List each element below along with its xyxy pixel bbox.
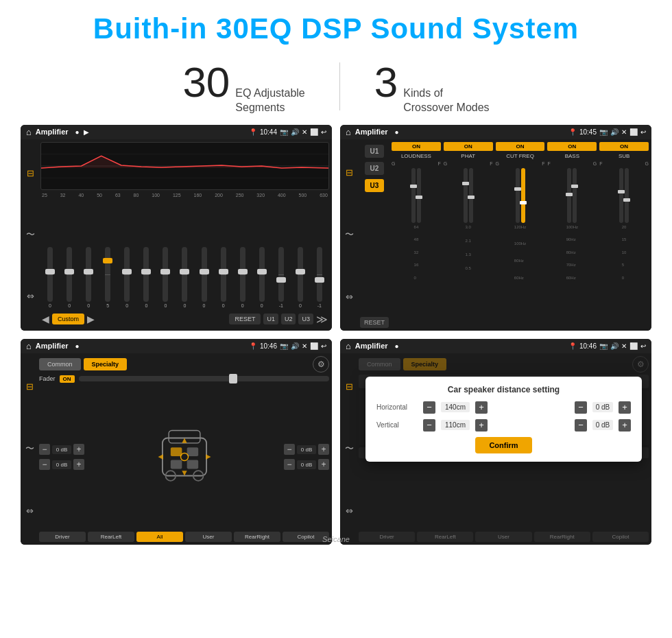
right-top-vol: − 0 dB + [284, 444, 329, 455]
screen3-arrow-icon[interactable]: ⇔ [26, 506, 34, 516]
screen3-fader: ⌂ Amplifier ● 📍 10:46 📷 🔊 ✕ ⬜ ↩ ⊟ 〜 ⇔ [21, 339, 332, 545]
crossover-stat: 3 Kinds ofCrossover Modes [340, 58, 524, 115]
channel-phat: ON PHAT GF 3.02.11.30.5 [444, 142, 493, 328]
eq-graph [40, 142, 329, 190]
left-volume-controls: − 0 dB + − 0 dB + [39, 444, 84, 470]
copilot-button-4[interactable]: Copilot [592, 532, 649, 542]
eq-u2-button[interactable]: U2 [281, 314, 296, 324]
all-button-3[interactable]: All [136, 532, 183, 542]
eq-reset-button[interactable]: RESET [229, 314, 261, 324]
specialty-tab-4[interactable]: Specialty [403, 358, 447, 370]
screen1-statusbar: ⌂ Amplifier ● ▶ 📍 10:44 📷 🔊 ✕ ⬜ ↩ [21, 125, 332, 139]
home-icon[interactable]: ⌂ [26, 127, 32, 137]
right-bottom-vol: − 0 dB + [284, 459, 329, 470]
v-db-minus-button[interactable]: − [575, 419, 587, 432]
screen4-status-icons: 📍 10:46 📷 🔊 ✕ ⬜ ↩ [568, 342, 646, 350]
left-top-value: 0 dB [52, 445, 71, 454]
home-icon-4[interactable]: ⌂ [346, 341, 351, 351]
eq-slider-9: 0 [196, 247, 213, 308]
crossover-wave-icon[interactable]: 〜 [345, 228, 354, 241]
left-bottom-minus[interactable]: − [39, 459, 50, 470]
eq-slider-11: 0 [235, 247, 251, 308]
u1-button[interactable]: U1 [365, 145, 385, 158]
eq-filter-icon[interactable]: ⊟ [27, 168, 34, 178]
left-top-plus[interactable]: + [73, 444, 84, 455]
horizontal-plus-button[interactable]: + [475, 401, 488, 414]
stats-row: 30 EQ AdjustableSegments 3 Kinds ofCross… [0, 51, 672, 125]
rearright-button-3[interactable]: RearRight [234, 532, 280, 542]
screen2-app-title: Amplifier [355, 128, 388, 136]
left-bottom-plus[interactable]: + [73, 459, 84, 470]
eq-wave-icon[interactable]: 〜 [26, 228, 35, 241]
crossover-channels: ON LOUDNESS GF 644832160 ON [392, 142, 649, 328]
svg-marker-12 [182, 438, 187, 443]
screen2-status-icons: 📍 10:45 📷 🔊 ✕ ⬜ ↩ [568, 128, 646, 136]
left-bottom-vol: − 0 dB + [39, 459, 84, 470]
u2-button[interactable]: U2 [365, 162, 385, 175]
screen3-filter-icon[interactable]: ⊟ [26, 381, 34, 392]
right-top-minus[interactable]: − [284, 444, 295, 455]
rearright-button-4[interactable]: RearRight [534, 532, 590, 542]
crossover-reset-button[interactable]: RESET [360, 317, 389, 328]
phat-on-button[interactable]: ON [444, 142, 493, 151]
settings-icon-button-3[interactable]: ⚙ [313, 356, 329, 373]
crossover-filter-icon[interactable]: ⊟ [346, 167, 353, 178]
eq-expand-icon[interactable]: ≫ [316, 313, 328, 326]
right-top-plus[interactable]: + [318, 444, 329, 455]
screen3-dot: ● [75, 342, 80, 350]
v-db-plus-button[interactable]: + [619, 419, 631, 432]
right-bottom-plus[interactable]: + [318, 459, 329, 470]
user-button-3[interactable]: User [185, 532, 232, 542]
screen4-arrow-icon[interactable]: ⇔ [346, 506, 353, 516]
screen4-filter-icon[interactable]: ⊟ [346, 381, 353, 392]
screen2-dot: ● [395, 128, 399, 136]
screen3-content: ⊟ 〜 ⇔ Common Specialty ⚙ Fader ON [21, 353, 332, 545]
vertical-plus-button[interactable]: + [475, 419, 488, 432]
cutfreq-on-button[interactable]: ON [496, 142, 545, 151]
horizontal-minus-button[interactable]: − [423, 401, 435, 414]
crossover-number: 3 [374, 58, 398, 106]
driver-button-3[interactable]: Driver [39, 532, 86, 542]
common-tab-3[interactable]: Common [39, 358, 81, 370]
screen4-wave-icon[interactable]: 〜 [345, 442, 354, 455]
crossover-main: U1 U2 U3 RESET ON LOUDNESS GF [360, 142, 649, 328]
crossover-arrow-icon[interactable]: ⇔ [346, 292, 353, 302]
eq-custom-button[interactable]: Custom [52, 314, 84, 324]
specialty-tab-3[interactable]: Specialty [84, 358, 128, 370]
h-db-minus-button[interactable]: − [575, 401, 587, 414]
screen2-crossover: ⌂ Amplifier ● 📍 10:45 📷 🔊 ✕ ⬜ ↩ ⊟ 〜 ⇔ [340, 125, 651, 331]
eq-prev-button[interactable]: ◀ [42, 314, 49, 324]
settings-icon-button-4[interactable]: ⚙ [632, 356, 649, 373]
confirm-button[interactable]: Confirm [475, 437, 531, 453]
bass-name: BASS [565, 153, 579, 159]
eq-next-button[interactable]: ▶ [87, 314, 95, 324]
rearleft-button-4[interactable]: RearLeft [417, 532, 473, 542]
loudness-on-button[interactable]: ON [392, 142, 441, 151]
fader-on-badge: ON [60, 375, 75, 383]
home-icon-2[interactable]: ⌂ [346, 127, 351, 137]
fader-slider[interactable] [79, 376, 329, 381]
home-icon-3[interactable]: ⌂ [26, 341, 32, 351]
eq-arrow-icon[interactable]: ⇔ [27, 291, 34, 301]
common-tab-4[interactable]: Common [359, 358, 400, 370]
eq-slider-2: 0 [61, 247, 77, 308]
dialog-title: Car speaker distance setting [376, 385, 631, 394]
u3-button[interactable]: U3 [365, 179, 385, 192]
eq-slider-3: 0 [80, 247, 97, 308]
screen3-wave-icon[interactable]: 〜 [25, 442, 34, 455]
vertical-minus-button[interactable]: − [423, 419, 435, 432]
rearleft-button-3[interactable]: RearLeft [88, 532, 134, 542]
eq-slider-4: 5 [99, 247, 116, 308]
left-top-minus[interactable]: − [39, 444, 50, 455]
user-button-4[interactable]: User [475, 532, 531, 542]
eq-u3-button[interactable]: U3 [298, 314, 313, 324]
screen1-status-icons: 📍 10:44 📷 🔊 ✕ ⬜ ↩ [249, 128, 326, 136]
driver-button-4[interactable]: Driver [359, 532, 415, 542]
svg-rect-7 [170, 447, 182, 456]
eq-u1-button[interactable]: U1 [263, 314, 278, 324]
horizontal-row: Horizontal − 140cm + − 0 dB + [376, 401, 631, 414]
right-bottom-minus[interactable]: − [284, 459, 295, 470]
sub-on-button[interactable]: ON [599, 142, 649, 151]
bass-on-button[interactable]: ON [547, 142, 597, 151]
h-db-plus-button[interactable]: + [619, 401, 631, 414]
